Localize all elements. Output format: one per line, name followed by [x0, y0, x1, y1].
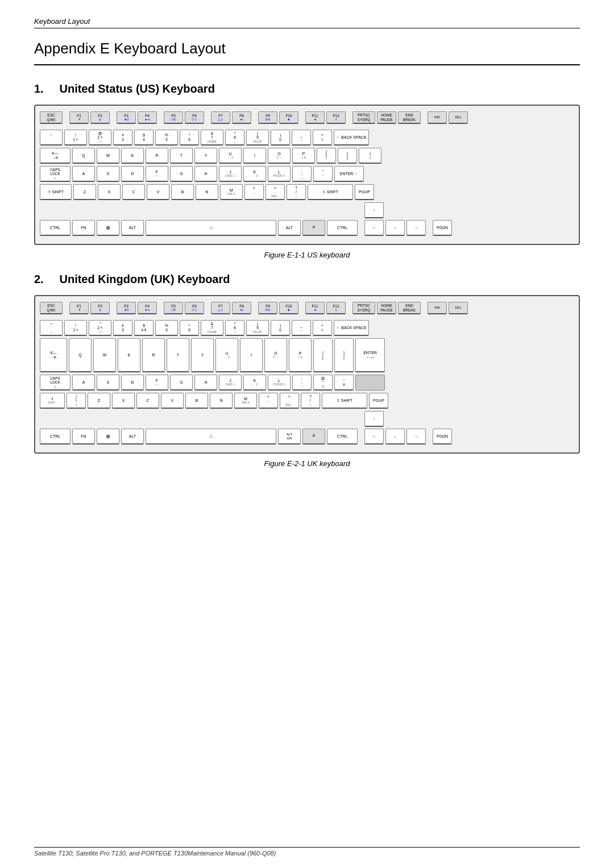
key-f4[interactable]: F4►e — [138, 111, 157, 124]
uk-key-i[interactable]: I — [240, 338, 263, 372]
key-y[interactable]: Y — [194, 148, 217, 164]
key-r[interactable]: R — [146, 148, 168, 164]
uk-key-left[interactable]: ← — [364, 429, 384, 445]
uk-key-4[interactable]: $4 € — [134, 320, 154, 336]
uk-key-slash[interactable]: ?/+ — [301, 393, 320, 409]
key-3[interactable]: #3 — [113, 130, 132, 146]
uk-key-1[interactable]: !1 + — [64, 320, 87, 336]
uk-key-y[interactable]: Y — [191, 338, 214, 372]
uk-key-lbracket[interactable]: {[ — [313, 338, 333, 372]
key-x[interactable]: X — [98, 184, 121, 200]
uk-key-f8[interactable]: F8◄♪ — [232, 302, 251, 314]
uk-key-2[interactable]: "2 +□□ — [89, 320, 111, 336]
key-o[interactable]: O5 → — [268, 148, 291, 164]
key-ctrl-right[interactable]: CTRL — [327, 220, 358, 236]
key-z[interactable]: Z — [73, 184, 96, 200]
uk-key-g[interactable]: G — [170, 375, 193, 391]
uk-key-f5[interactable]: F5□/O — [164, 302, 183, 314]
uk-key-f1[interactable]: F1☀ — [69, 302, 89, 314]
uk-key-j[interactable]: JEND 1 — [219, 375, 242, 391]
uk-key-ins[interactable]: INS — [428, 302, 447, 314]
uk-key-f2[interactable]: F2q — [90, 302, 110, 314]
key-semicolon[interactable]: :;— — [292, 166, 312, 182]
uk-key-quote[interactable]: @'B — [313, 375, 333, 391]
key-f11[interactable]: F11◄ — [305, 111, 325, 124]
uk-key-f10[interactable]: F10■ — [279, 302, 298, 314]
key-a[interactable]: A — [72, 166, 95, 182]
key-d[interactable]: D — [121, 166, 144, 182]
uk-key-3[interactable]: £3 — [113, 320, 132, 336]
uk-key-fn[interactable]: FN — [72, 429, 95, 445]
uk-key-f12[interactable]: F12≡ — [326, 302, 346, 314]
key-9[interactable]: (9PGUP — [246, 130, 269, 146]
key-l[interactable]: LPGDN 3 — [268, 166, 291, 182]
uk-key-w[interactable]: W — [93, 338, 116, 372]
key-f12[interactable]: F12≡ — [326, 111, 346, 124]
uk-key-u[interactable]: U← 4 — [215, 338, 238, 372]
key-ctrl-left[interactable]: CTRL — [40, 220, 70, 236]
key-f7[interactable]: F7△◇ — [211, 111, 230, 124]
uk-key-k[interactable]: K← 2 — [243, 375, 266, 391]
key-up[interactable]: ↑ — [364, 202, 384, 218]
key-m[interactable]: MINS 0 — [220, 184, 243, 200]
key-f10[interactable]: F10■ — [279, 111, 298, 124]
uk-key-backtick[interactable]: ¬`| — [40, 320, 63, 336]
uk-key-capslock[interactable]: CAPSLOCKo — [40, 375, 70, 391]
key-ins[interactable]: INS — [428, 111, 447, 124]
key-u[interactable]: U← 4 — [219, 148, 242, 164]
key-enter[interactable]: ENTER ← — [334, 166, 364, 182]
key-alt-left[interactable]: ALT — [121, 220, 144, 236]
key-q[interactable]: Q — [72, 148, 95, 164]
uk-key-menu[interactable]: ≡ — [302, 429, 325, 445]
uk-key-f[interactable]: F— — [146, 375, 168, 391]
key-n[interactable]: N — [196, 184, 218, 200]
uk-key-hash[interactable]: ~# — [334, 375, 354, 391]
key-period[interactable]: >.DEL . — [265, 184, 285, 200]
key-shift-left[interactable]: ⇧ SHIFT — [40, 184, 72, 200]
key-backslash[interactable]: |\ — [359, 148, 381, 164]
uk-key-prtsc[interactable]: PRTSCSYSRQ — [352, 302, 375, 314]
key-7[interactable]: &7HOME — [201, 130, 223, 146]
uk-key-alt-gr[interactable]: ALTGR — [278, 429, 301, 445]
key-i[interactable]: I — [243, 148, 266, 164]
key-pgdn[interactable]: PGDN — [433, 220, 452, 236]
key-prtsc[interactable]: PRTSCSYSRQ — [352, 111, 375, 124]
key-space[interactable]: □ — [146, 220, 276, 236]
key-minus[interactable]: _- — [292, 130, 311, 146]
uk-key-p[interactable]: P+ 6 — [289, 338, 312, 372]
key-f9[interactable]: F9D/e — [258, 111, 277, 124]
uk-key-7[interactable]: &7HOME — [201, 320, 223, 336]
key-e[interactable]: E — [121, 148, 144, 164]
key-f1[interactable]: F1☀ — [69, 111, 89, 124]
key-alt-right[interactable]: ALT — [278, 220, 301, 236]
uk-key-b[interactable]: B — [185, 393, 208, 409]
key-5[interactable]: %5 — [155, 130, 178, 146]
key-capslock[interactable]: CAPSLOCKo — [40, 166, 70, 182]
key-1[interactable]: !1 + — [64, 130, 87, 146]
key-f6[interactable]: F6▽◇ — [185, 111, 204, 124]
key-quote[interactable]: "' — [313, 166, 333, 182]
uk-key-right[interactable]: → — [406, 429, 426, 445]
key-down[interactable]: ↓ — [385, 220, 405, 236]
uk-key-minus[interactable]: _- — [292, 320, 311, 336]
key-6[interactable]: ^6 — [180, 130, 199, 146]
uk-key-enter[interactable]: ENTER←— — [355, 338, 385, 372]
uk-key-0[interactable]: )0 — [271, 320, 290, 336]
uk-key-r[interactable]: R — [142, 338, 165, 372]
key-v[interactable]: V — [147, 184, 169, 200]
uk-key-x[interactable]: X — [112, 393, 135, 409]
uk-key-s[interactable]: S — [97, 375, 119, 391]
uk-key-end[interactable]: ENDBREAK — [398, 302, 421, 314]
key-win[interactable]: ⊕ — [97, 220, 119, 236]
uk-key-q[interactable]: Q — [69, 338, 92, 372]
key-s[interactable]: S — [97, 166, 119, 182]
key-t[interactable]: T — [170, 148, 193, 164]
uk-key-alt-left[interactable]: ALT — [121, 429, 144, 445]
uk-key-9[interactable]: (9PGUP — [246, 320, 269, 336]
key-lbracket[interactable]: {[* — [317, 148, 336, 164]
key-b[interactable]: B — [171, 184, 194, 200]
uk-key-pgdn[interactable]: PGDN — [433, 429, 452, 445]
uk-key-o[interactable]: O5 → — [264, 338, 287, 372]
key-4[interactable]: $4 — [134, 130, 154, 146]
uk-key-equals[interactable]: += — [313, 320, 332, 336]
